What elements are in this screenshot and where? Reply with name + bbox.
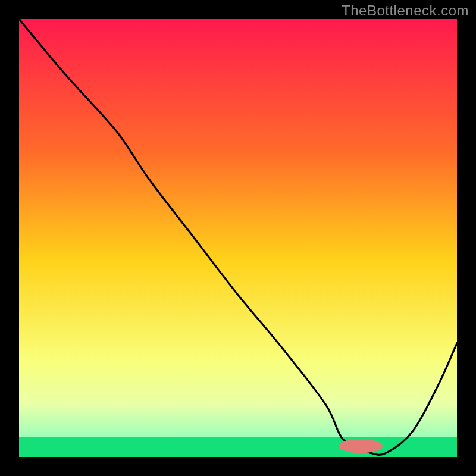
watermark-text: TheBottleneck.com bbox=[342, 2, 469, 19]
green-baseline-band bbox=[19, 437, 457, 457]
chart-frame: TheBottleneck.com bbox=[0, 0, 476, 476]
bottleneck-chart bbox=[19, 19, 457, 457]
optimal-range-marker bbox=[339, 439, 383, 453]
heat-gradient-bg bbox=[19, 19, 457, 457]
plot-area bbox=[19, 19, 457, 457]
